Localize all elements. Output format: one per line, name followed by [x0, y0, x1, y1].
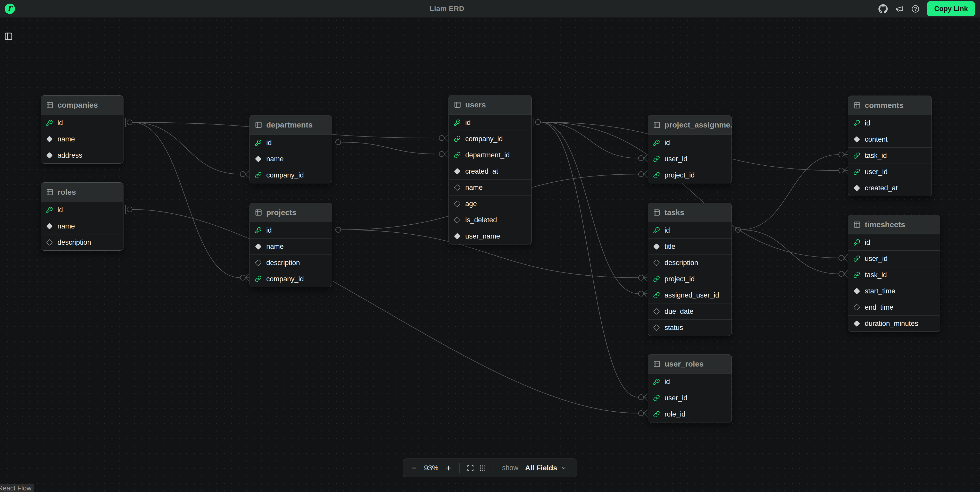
- field-comments-user_id[interactable]: user_id: [848, 163, 932, 180]
- field-users-age[interactable]: age: [449, 195, 531, 212]
- field-user_roles-user_id[interactable]: user_id: [648, 390, 732, 406]
- field-name: task_id: [865, 152, 887, 160]
- help-icon[interactable]: [912, 5, 920, 13]
- diamond-filled-icon: [853, 288, 860, 294]
- table-name: users: [465, 100, 486, 109]
- field-projects-description[interactable]: description: [250, 254, 332, 271]
- field-projects-company_id[interactable]: company_id: [250, 271, 332, 287]
- sidebar-toggle-button[interactable]: [4, 32, 14, 41]
- table-header-companies[interactable]: companies: [41, 95, 123, 114]
- diamond-outline-icon: [255, 259, 262, 266]
- field-projects-name[interactable]: name: [250, 238, 332, 254]
- copy-link-button[interactable]: Copy Link: [927, 1, 975, 16]
- table-projects[interactable]: projectsidnamedescriptioncompany_id: [250, 203, 332, 287]
- field-tasks-status[interactable]: status: [648, 319, 732, 336]
- field-project_assignments-id[interactable]: id: [648, 135, 732, 151]
- zoom-out-button[interactable]: [410, 465, 418, 471]
- react-flow-attribution[interactable]: React Flow: [0, 484, 34, 492]
- table-companies[interactable]: companiesidnameaddress: [41, 95, 124, 163]
- field-users-name[interactable]: name: [449, 179, 531, 195]
- field-project_assignments-user_id[interactable]: user_id: [648, 151, 732, 167]
- field-companies-name[interactable]: name: [41, 131, 123, 147]
- field-comments-created_at[interactable]: created_at: [848, 180, 932, 196]
- github-icon[interactable]: [878, 4, 888, 13]
- table-departments[interactable]: departmentsidnamecompany_id: [250, 115, 332, 183]
- field-timesheets-id[interactable]: id: [848, 234, 940, 251]
- field-roles-description[interactable]: description: [41, 234, 123, 251]
- field-departments-name[interactable]: name: [250, 151, 332, 167]
- key-icon: [653, 140, 660, 146]
- link-icon: [653, 395, 660, 402]
- field-projects-id[interactable]: id: [250, 222, 332, 238]
- field-users-department_id[interactable]: department_id: [449, 147, 531, 163]
- table-header-comments[interactable]: comments: [848, 96, 932, 115]
- field-companies-id[interactable]: id: [41, 114, 123, 131]
- field-timesheets-user_id[interactable]: user_id: [848, 251, 940, 267]
- tidy-up-icon[interactable]: [479, 465, 487, 471]
- table-header-timesheets[interactable]: timesheets: [848, 215, 940, 234]
- diamond-outline-icon: [653, 308, 660, 315]
- field-tasks-due_date[interactable]: due_date: [648, 303, 732, 319]
- field-user_roles-role_id[interactable]: role_id: [648, 406, 732, 422]
- field-tasks-id[interactable]: id: [648, 222, 732, 238]
- field-comments-content[interactable]: content: [848, 131, 932, 148]
- field-users-user_name[interactable]: user_name: [449, 228, 531, 244]
- table-users[interactable]: usersidcompany_iddepartment_idcreated_at…: [449, 95, 532, 244]
- field-name: description: [57, 238, 91, 246]
- field-comments-task_id[interactable]: task_id: [848, 148, 932, 163]
- table-header-user_roles[interactable]: user_roles: [648, 354, 732, 373]
- table-name: comments: [865, 101, 904, 110]
- field-roles-name[interactable]: name: [41, 218, 123, 234]
- field-project_assignments-project_id[interactable]: project_id: [648, 167, 732, 183]
- field-tasks-title[interactable]: title: [648, 238, 732, 254]
- liam-logo[interactable]: Ľ: [5, 3, 15, 14]
- table-header-projects[interactable]: projects: [250, 203, 332, 222]
- field-departments-id[interactable]: id: [250, 135, 332, 151]
- table-roles[interactable]: rolesidnamedescription: [41, 183, 124, 251]
- field-name: description: [266, 259, 300, 267]
- field-name: age: [465, 200, 477, 208]
- field-timesheets-duration_minutes[interactable]: duration_minutes: [848, 315, 940, 332]
- field-name: company_id: [266, 171, 304, 179]
- show-label: show: [502, 464, 519, 472]
- table-comments[interactable]: commentsidcontenttask_iduser_idcreated_a…: [848, 95, 932, 196]
- field-tasks-description[interactable]: description: [648, 254, 732, 271]
- megaphone-icon[interactable]: [896, 5, 904, 13]
- field-name: status: [665, 324, 683, 332]
- table-icon: [853, 221, 861, 228]
- canvas[interactable]: [0, 0, 980, 492]
- field-users-is_deleted[interactable]: is_deleted: [449, 212, 531, 228]
- table-project_assignments[interactable]: project_assignme...iduser_idproject_id: [648, 115, 732, 183]
- table-header-departments[interactable]: departments: [250, 116, 332, 135]
- field-users-created_at[interactable]: created_at: [449, 163, 531, 179]
- table-header-tasks[interactable]: tasks: [648, 203, 732, 222]
- field-timesheets-task_id[interactable]: task_id: [848, 267, 940, 283]
- fields-filter-dropdown[interactable]: All Fields: [523, 463, 568, 473]
- field-departments-company_id[interactable]: company_id: [250, 167, 332, 183]
- field-companies-address[interactable]: address: [41, 147, 123, 163]
- field-users-id[interactable]: id: [449, 114, 531, 130]
- field-users-company_id[interactable]: company_id: [449, 130, 531, 147]
- fit-view-icon[interactable]: [467, 465, 474, 471]
- field-tasks-project_id[interactable]: project_id: [648, 271, 732, 287]
- table-name: roles: [57, 188, 76, 197]
- table-header-users[interactable]: users: [449, 95, 531, 114]
- field-name: user_id: [665, 155, 687, 163]
- link-icon: [653, 276, 660, 283]
- table-timesheets[interactable]: timesheetsiduser_idtask_idstart_timeend_…: [848, 215, 940, 332]
- table-tasks[interactable]: tasksidtitledescriptionproject_idassigne…: [648, 203, 732, 336]
- table-header-project_assignments[interactable]: project_assignme...: [648, 116, 732, 135]
- diamond-outline-icon: [454, 184, 461, 191]
- field-timesheets-start_time[interactable]: start_time: [848, 283, 940, 299]
- link-icon: [255, 276, 262, 283]
- key-icon: [853, 239, 860, 246]
- field-user_roles-id[interactable]: id: [648, 373, 732, 390]
- table-header-roles[interactable]: roles: [41, 183, 123, 202]
- field-timesheets-end_time[interactable]: end_time: [848, 299, 940, 315]
- field-comments-id[interactable]: id: [848, 115, 932, 131]
- field-roles-id[interactable]: id: [41, 202, 123, 218]
- field-tasks-assigned_user_id[interactable]: assigned_user_id: [648, 287, 732, 303]
- key-icon: [46, 119, 53, 126]
- table-user_roles[interactable]: user_rolesiduser_idrole_id: [648, 354, 732, 422]
- zoom-in-button[interactable]: [445, 465, 452, 471]
